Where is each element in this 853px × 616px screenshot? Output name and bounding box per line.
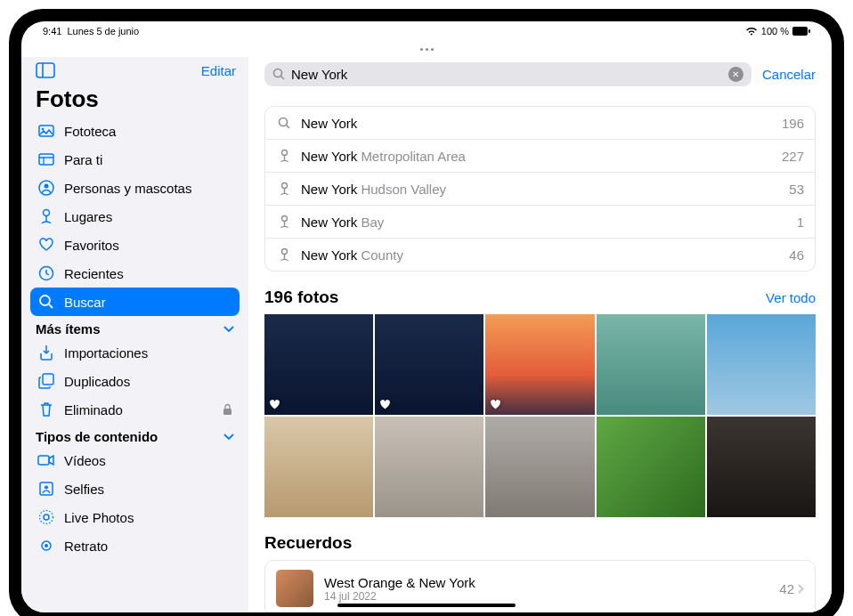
svg-rect-0	[792, 27, 808, 36]
lock-icon	[223, 403, 232, 416]
selfie-icon	[37, 480, 55, 498]
foryou-icon	[37, 150, 55, 168]
import-icon	[37, 344, 55, 361]
photo-thumbnail[interactable]	[707, 314, 816, 415]
multitask-dots[interactable]	[21, 41, 832, 57]
sidebar-item-livephotos[interactable]: Live Photos	[30, 503, 240, 531]
sidebar: Editar Fotos Fototeca Para ti Personas y…	[21, 57, 248, 612]
suggestion-row[interactable]: New YorkCounty 46	[265, 239, 815, 271]
search-icon	[272, 68, 286, 81]
suggestion-row[interactable]: New YorkBay 1	[265, 206, 815, 239]
svg-rect-16	[43, 374, 53, 385]
sidebar-item-people[interactable]: Personas y mascotas	[30, 174, 240, 202]
app-title: Fotos	[30, 84, 240, 117]
sidebar-section-types[interactable]: Tipos de contenido	[30, 424, 240, 446]
status-bar: 9:41 Lunes 5 de junio 100 %	[21, 21, 832, 41]
clear-search-button[interactable]: ✕	[728, 67, 743, 82]
svg-rect-18	[38, 456, 49, 465]
sidebar-item-videos[interactable]: Vídeos	[30, 446, 240, 474]
photo-thumbnail[interactable]	[485, 417, 594, 517]
memory-count: 42	[779, 581, 794, 596]
places-pin-icon	[276, 181, 292, 197]
sidebar-item-search[interactable]: Buscar	[30, 288, 240, 316]
sidebar-item-imports[interactable]: Importaciones	[30, 338, 240, 367]
chevron-down-icon	[223, 326, 234, 333]
svg-point-25	[274, 69, 282, 77]
duplicate-icon	[37, 372, 55, 390]
sidebar-item-deleted[interactable]: Eliminado	[30, 395, 240, 424]
sidebar-item-label: Live Photos	[64, 510, 134, 525]
svg-point-21	[44, 515, 49, 520]
home-indicator[interactable]	[337, 604, 516, 607]
results-count-title: 196 fotos	[264, 288, 338, 307]
memories-section-title: Recuerdos	[264, 533, 816, 553]
svg-rect-2	[37, 63, 54, 77]
sidebar-item-label: Personas y mascotas	[64, 181, 191, 196]
sidebar-item-selfies[interactable]: Selfies	[30, 474, 240, 503]
svg-rect-17	[223, 409, 232, 415]
photo-thumbnail[interactable]	[264, 417, 373, 517]
ipad-frame: 9:41 Lunes 5 de junio 100 %	[9, 9, 844, 616]
photo-thumbnail[interactable]	[485, 314, 594, 415]
sidebar-item-library[interactable]: Fototeca	[30, 117, 240, 145]
sidebar-section-more[interactable]: Más ítems	[30, 316, 240, 338]
search-input[interactable]	[291, 67, 723, 82]
svg-point-29	[281, 150, 287, 156]
svg-rect-4	[39, 126, 53, 136]
sidebar-item-label: Recientes	[64, 266, 124, 281]
places-pin-icon	[276, 214, 292, 230]
photo-thumbnail[interactable]	[264, 314, 373, 415]
see-all-button[interactable]: Ver todo	[766, 290, 816, 305]
main-panel: ✕ Cancelar New York 196 New YorkMetropol…	[248, 57, 832, 612]
photo-thumbnail[interactable]	[597, 417, 705, 517]
chevron-down-icon	[223, 434, 234, 441]
memory-date: 14 jul 2022	[324, 590, 768, 603]
svg-line-28	[286, 125, 289, 128]
photo-thumbnail[interactable]	[707, 417, 816, 517]
suggestion-row[interactable]: New York 196	[265, 107, 815, 140]
screen: 9:41 Lunes 5 de junio 100 %	[21, 21, 832, 612]
cancel-button[interactable]: Cancelar	[762, 67, 816, 82]
sidebar-item-foryou[interactable]: Para ti	[30, 145, 240, 174]
photo-thumbnail[interactable]	[375, 314, 483, 415]
places-pin-icon	[276, 148, 292, 164]
person-circle-icon	[37, 179, 55, 197]
photo-thumbnail[interactable]	[375, 417, 483, 517]
sidebar-item-places[interactable]: Lugares	[30, 202, 240, 231]
places-pin-icon	[276, 247, 292, 263]
sidebar-item-label: Para ti	[64, 152, 102, 167]
sidebar-item-label: Importaciones	[64, 345, 148, 361]
sidebar-item-label: Duplicados	[64, 374, 130, 389]
photo-thumbnail[interactable]	[597, 314, 705, 415]
sidebar-item-duplicates[interactable]: Duplicados	[30, 367, 240, 395]
favorite-icon	[379, 399, 391, 410]
search-icon	[276, 115, 292, 131]
sidebar-item-label: Fototeca	[64, 124, 116, 139]
sidebar-item-label: Lugares	[64, 209, 112, 224]
wifi-icon	[745, 27, 758, 36]
search-field[interactable]: ✕	[264, 62, 751, 86]
sidebar-item-label: Buscar	[64, 295, 106, 310]
edit-button[interactable]: Editar	[201, 63, 236, 78]
svg-point-14	[40, 296, 50, 305]
sidebar-item-recents[interactable]: Recientes	[30, 259, 240, 288]
svg-point-5	[42, 128, 45, 131]
search-icon	[37, 293, 55, 311]
svg-point-24	[45, 544, 48, 547]
svg-line-26	[281, 77, 285, 80]
sidebar-item-label: Eliminado	[64, 402, 123, 417]
sidebar-item-portrait[interactable]: Retrato	[30, 531, 240, 560]
svg-rect-6	[39, 154, 53, 165]
photo-grid	[264, 314, 816, 517]
suggestion-row[interactable]: New YorkHudson Valley 53	[265, 173, 815, 206]
portrait-icon	[37, 537, 55, 555]
library-icon	[37, 122, 55, 140]
suggestion-row[interactable]: New YorkMetropolitan Area 227	[265, 140, 815, 173]
app-content: Editar Fotos Fototeca Para ti Personas y…	[21, 57, 832, 612]
sidebar-toggle-icon[interactable]	[36, 62, 55, 78]
sidebar-item-label: Retrato	[64, 539, 108, 554]
svg-rect-1	[808, 29, 810, 33]
livephoto-icon	[37, 508, 55, 526]
sidebar-item-favorites[interactable]: Favoritos	[30, 231, 240, 259]
svg-line-15	[49, 304, 53, 308]
